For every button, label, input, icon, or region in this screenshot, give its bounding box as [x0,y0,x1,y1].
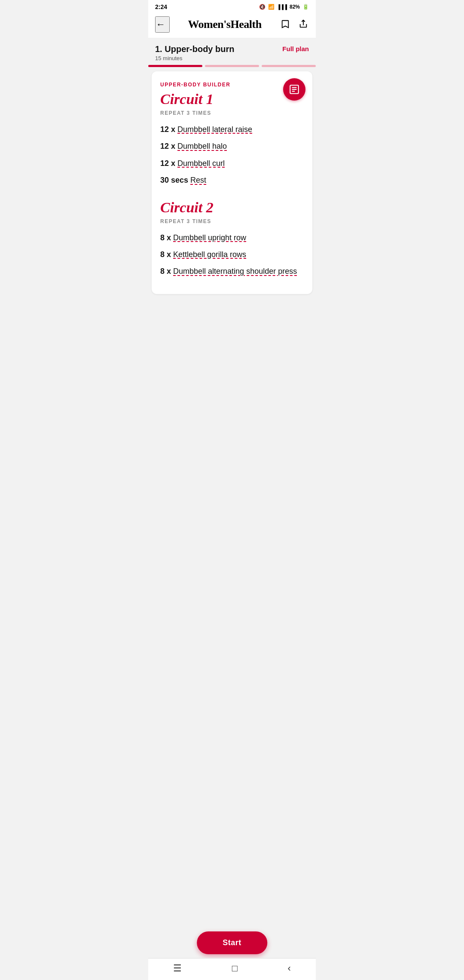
exercise-link[interactable]: Dumbbell lateral raise [177,125,252,134]
exercise-item: 12 x Dumbbell curl [160,159,304,168]
workout-number: 1. [155,44,162,54]
circuit-2-exercises: 8 x Dumbbell upright row 8 x Kettlebell … [160,233,304,277]
full-plan-button[interactable]: Full plan [282,44,309,52]
back-button[interactable]: ← [155,16,170,33]
share-icon [299,19,308,29]
exercise-link[interactable]: Dumbbell curl [177,159,225,168]
status-bar: 2:24 🔇 📶 ▐▐▐ 82% 🔋 [148,0,316,12]
circuit-1-exercises: 12 x Dumbbell lateral raise 12 x Dumbbel… [160,125,304,186]
mute-icon: 🔇 [259,4,266,10]
circuit-1-heading: Circuit 1 [160,91,304,107]
notes-button[interactable] [283,78,305,101]
notes-icon [289,84,300,95]
exercise-count: 8 x [160,250,173,259]
circuit-2-repeat: REPEAT 3 TIMES [160,218,304,224]
exercise-count: 12 x [160,142,177,150]
circuit-2-section: Circuit 2 REPEAT 3 TIMES 8 x Dumbbell up… [160,199,304,277]
progress-segment-3 [262,65,316,67]
section-label: UPPER-BODY BUILDER [160,82,304,88]
circuit-2-heading: Circuit 2 [160,199,304,216]
exercise-count: 8 x [160,233,173,242]
status-icons: 🔇 📶 ▐▐▐ 82% 🔋 [259,4,309,10]
exercise-link[interactable]: Kettlebell gorilla rows [173,250,246,259]
circuit-1-section: Circuit 1 REPEAT 3 TIMES 12 x Dumbbell l… [160,91,304,186]
exercise-link[interactable]: Dumbbell alternating shoulder press [173,267,297,276]
workout-name: Upper-body burn [165,44,234,54]
app-header: ← Women'sHealth [148,12,316,38]
header-actions [280,18,309,31]
signal-icon: ▐▐▐ [277,4,287,9]
circuit-1-repeat: REPEAT 3 TIMES [160,110,304,116]
progress-bar [148,65,316,71]
progress-segment-1 [148,65,202,67]
workout-title-group: 1. Upper-body burn 15 minutes [155,44,234,61]
workout-card: UPPER-BODY BUILDER Circuit 1 REPEAT 3 TI… [152,71,312,294]
workout-title: 1. Upper-body burn [155,44,234,54]
rest-count: 30 secs [160,176,190,184]
bookmark-icon [281,19,290,29]
exercise-item: 8 x Dumbbell upright row [160,233,304,243]
exercise-item: 12 x Dumbbell lateral raise [160,125,304,135]
brand-logo: Women'sHealth [170,18,280,31]
exercise-count: 8 x [160,267,173,276]
exercise-item: 8 x Dumbbell alternating shoulder press [160,266,304,276]
battery-icon: 🔋 [302,4,309,10]
battery-label: 82% [290,4,300,10]
exercise-count: 12 x [160,125,177,134]
bookmark-button[interactable] [280,18,291,31]
exercise-count: 12 x [160,159,177,168]
status-time: 2:24 [155,3,167,10]
workout-title-bar: 1. Upper-body burn 15 minutes Full plan [148,38,316,65]
workout-duration: 15 minutes [155,55,234,61]
exercise-item: 12 x Dumbbell halo [160,141,304,151]
rest-item: 30 secs Rest [160,175,304,185]
wifi-icon: 📶 [268,4,275,10]
exercise-item: 8 x Kettlebell gorilla rows [160,250,304,260]
share-button[interactable] [298,18,309,31]
exercise-link[interactable]: Dumbbell halo [177,142,227,150]
progress-segment-2 [205,65,259,67]
rest-link[interactable]: Rest [190,176,206,184]
exercise-link[interactable]: Dumbbell upright row [173,233,246,242]
